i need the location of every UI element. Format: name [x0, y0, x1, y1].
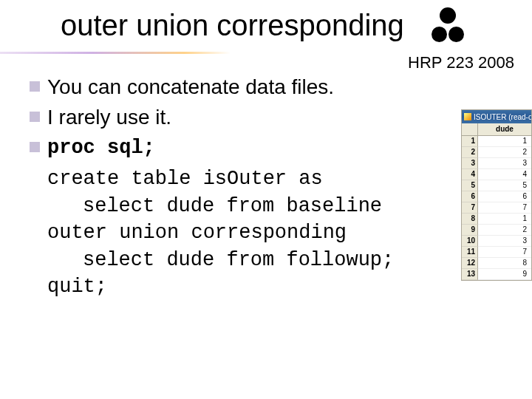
sas-column-header-row: dude [462, 123, 531, 136]
code-line: quit; [47, 273, 377, 300]
table-row: 139 [462, 269, 531, 280]
table-row: 55 [462, 180, 531, 191]
bullet-item: I rarely use it. [30, 104, 377, 130]
row-number: 13 [462, 269, 478, 280]
bullet-item: proc sql; [30, 134, 377, 161]
cell-value: 2 [478, 147, 531, 158]
bullet-icon [30, 142, 40, 152]
cell-value: 1 [478, 214, 531, 225]
table-row: 77 [462, 202, 531, 214]
row-number: 9 [462, 225, 478, 236]
sas-rownum-header [462, 123, 478, 135]
sas-window-icon [464, 113, 471, 120]
cell-value: 1 [478, 136, 531, 147]
row-number: 12 [462, 258, 478, 269]
table-row: 22 [462, 147, 531, 158]
row-number: 8 [462, 214, 478, 225]
row-number: 2 [462, 147, 478, 158]
table-row: 11 [462, 136, 531, 147]
table-row: 81 [462, 214, 531, 225]
bullet-item: You can concatenate data files. [30, 74, 377, 100]
row-number: 5 [462, 180, 478, 191]
sas-titlebar: ISOUTER (read-o [462, 110, 531, 123]
row-number: 10 [462, 236, 478, 247]
table-row: 66 [462, 191, 531, 202]
code-line: select dude from baseline [47, 193, 377, 219]
bullet-icon [30, 81, 40, 92]
row-number: 11 [462, 247, 478, 258]
bullet-text: You can concatenate data files. [47, 74, 334, 100]
slide-title: outer union corresponding [61, 9, 404, 42]
row-number: 3 [462, 158, 478, 169]
table-row: 33 [462, 158, 531, 169]
row-number: 1 [462, 136, 478, 147]
code-line: outer union corresponding [47, 219, 377, 246]
cell-value: 5 [478, 180, 531, 191]
row-number: 6 [462, 191, 478, 202]
logo-icon [432, 6, 464, 47]
decor-line [0, 46, 231, 59]
cell-value: 2 [478, 225, 531, 236]
cell-value: 7 [478, 202, 531, 214]
cell-value: 3 [478, 236, 531, 247]
table-row: 92 [462, 225, 531, 236]
table-row: 103 [462, 236, 531, 247]
code-line: proc sql; [47, 134, 155, 161]
table-row: 128 [462, 258, 531, 269]
table-row: 44 [462, 169, 531, 180]
cell-value: 7 [478, 247, 531, 258]
cell-value: 8 [478, 258, 531, 269]
code-line: create table isOuter as [47, 166, 377, 192]
row-number: 7 [462, 202, 478, 214]
table-row: 117 [462, 247, 531, 258]
sas-viewtable-window: ISOUTER (read-o dude 1122334455667781921… [461, 109, 532, 281]
bullet-text: I rarely use it. [47, 104, 171, 130]
cell-value: 3 [478, 158, 531, 169]
bullet-icon [30, 112, 40, 122]
sas-window-title: ISOUTER (read-o [474, 113, 531, 121]
content-area: You can concatenate data files. I rarely… [30, 74, 377, 301]
code-line: select dude from followup; [47, 247, 377, 273]
cell-value: 4 [478, 169, 531, 180]
hrp-label: HRP 223 2008 [408, 53, 514, 72]
sas-column-header: dude [478, 123, 531, 135]
cell-value: 6 [478, 191, 531, 202]
cell-value: 9 [478, 269, 531, 280]
row-number: 4 [462, 169, 478, 180]
